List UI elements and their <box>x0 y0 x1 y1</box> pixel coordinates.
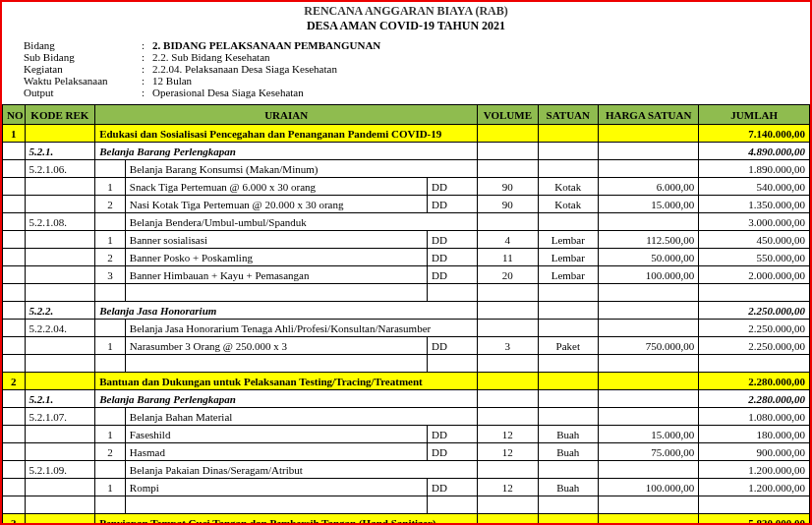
bidang-label: Bidang <box>20 39 138 51</box>
table-row: 5.2.1.09.Belanja Pakaian Dinas/Seragam/A… <box>3 461 810 479</box>
table-row: 5.2.1.07.Belanja Bahan Material1.080.000… <box>3 408 810 426</box>
kegiatan-label: Kegiatan <box>20 63 138 75</box>
table-row: 5.2.1.06.Belanja Barang Konsumsi (Makan/… <box>3 160 810 178</box>
waktu-value: 12 Bulan <box>148 75 384 87</box>
table-row: 1Narasumber 3 Orang @ 250.000 x 3DD3Pake… <box>3 337 810 355</box>
table-row: 1Snack Tiga Pertemuan @ 6.000 x 30 orang… <box>3 178 810 196</box>
col-uraian: URAIAN <box>95 105 478 125</box>
table-row: 2Banner Posko + PoskamlingDD11Lembar50.0… <box>3 249 810 266</box>
table-row: 3Penyiapan Tempat Cuci Tangan dan Pember… <box>3 514 810 526</box>
table-row: 1RompiDD12Buah100.000,001.200.000,00 <box>3 479 810 496</box>
output-label: Output <box>20 87 138 98</box>
table-row <box>3 284 810 302</box>
meta-block: Bidang : 2. BIDANG PELAKSANAAN PEMBANGUN… <box>2 39 810 104</box>
title-line-2: DESA AMAN COVID-19 TAHUN 2021 <box>2 19 810 33</box>
table-row: 5.2.2.04.Belanja Jasa Honorarium Tenaga … <box>3 320 810 337</box>
table-header-row: NO KODE REK URAIAN VOLUME SATUAN HARGA S… <box>3 105 810 125</box>
table-row: 5.2.1.Belanja Barang Perlengkapan4.890.0… <box>3 143 810 160</box>
table-row: 2Bantuan dan Dukungan untuk Pelaksanan T… <box>3 373 810 390</box>
table-row: 1Edukasi dan Sosialisasi Pencegahan dan … <box>3 125 810 143</box>
kegiatan-value: 2.2.04. Pelaksanaan Desa Siaga Kesehatan <box>148 63 384 75</box>
table-row: 1FaseshildDD12Buah15.000,00180.000,00 <box>3 426 810 443</box>
subbidang-label: Sub Bidang <box>20 51 138 63</box>
table-row <box>3 496 810 514</box>
subbidang-value: 2.2. Sub Bidang Kesehatan <box>148 51 384 63</box>
table-row: 5.2.2.Belanja Jasa Honorarium2.250.000,0… <box>3 302 810 320</box>
output-value: Operasional Desa Siaga Kesehatan <box>148 87 384 98</box>
table-row: 3Banner Himbauan + Kayu + PemasanganDD20… <box>3 266 810 284</box>
col-kode: KODE REK <box>25 105 95 125</box>
table-row: 2HasmadDD12Buah75.000,00900.000,00 <box>3 443 810 461</box>
table-row: 1Banner sosialisasiDD4Lembar112.500,0045… <box>3 231 810 249</box>
rab-document: RENCANA ANGGARAN BIAYA (RAB) DESA AMAN C… <box>0 0 812 525</box>
col-no: NO <box>3 105 26 125</box>
table-row <box>3 355 810 373</box>
bidang-value: 2. BIDANG PELAKSANAAN PEMBANGUNAN <box>152 39 380 51</box>
budget-table: NO KODE REK URAIAN VOLUME SATUAN HARGA S… <box>2 104 810 525</box>
table-row: 5.2.1.08.Belanja Bendera/Umbul-umbul/Spa… <box>3 213 810 231</box>
document-title-block: RENCANA ANGGARAN BIAYA (RAB) DESA AMAN C… <box>2 2 810 39</box>
waktu-label: Waktu Pelaksanaan <box>20 75 138 87</box>
col-satuan: SATUAN <box>538 105 598 125</box>
table-row: 5.2.1.Belanja Barang Perlengkapan2.280.0… <box>3 390 810 408</box>
table-row: 2Nasi Kotak Tiga Pertemuan @ 20.000 x 30… <box>3 196 810 213</box>
title-line-1: RENCANA ANGGARAN BIAYA (RAB) <box>2 4 810 19</box>
col-jumlah: JUMLAH <box>699 105 810 125</box>
col-harga: HARGA SATUAN <box>598 105 698 125</box>
col-volume: VOLUME <box>478 105 538 125</box>
